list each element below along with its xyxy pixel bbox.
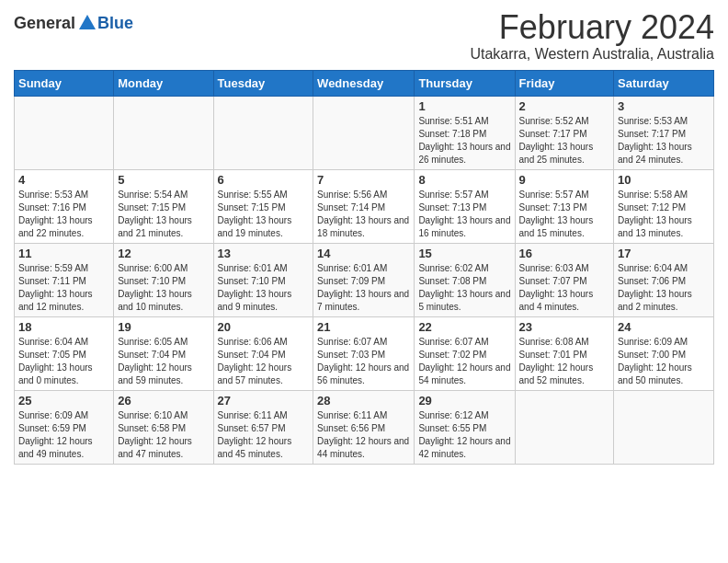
day-info: Sunrise: 6:11 AM Sunset: 6:57 PM Dayligh… [218,409,310,461]
day-info: Sunrise: 5:57 AM Sunset: 7:13 PM Dayligh… [519,189,610,240]
calendar-cell: 25Sunrise: 6:09 AM Sunset: 6:59 PM Dayli… [15,390,114,464]
day-number: 26 [118,394,209,408]
day-info: Sunrise: 6:04 AM Sunset: 7:05 PM Dayligh… [18,336,109,387]
day-info: Sunrise: 6:05 AM Sunset: 7:04 PM Dayligh… [118,336,209,387]
calendar-cell: 26Sunrise: 6:10 AM Sunset: 6:58 PM Dayli… [114,390,213,464]
day-info: Sunrise: 5:53 AM Sunset: 7:17 PM Dayligh… [618,115,710,167]
calendar-cell: 13Sunrise: 6:01 AM Sunset: 7:10 PM Dayli… [213,243,313,316]
day-number: 15 [418,247,510,260]
day-info: Sunrise: 6:09 AM Sunset: 7:00 PM Dayligh… [618,336,710,387]
calendar-cell: 27Sunrise: 6:11 AM Sunset: 6:57 PM Dayli… [213,390,313,464]
day-info: Sunrise: 5:53 AM Sunset: 7:16 PM Dayligh… [18,189,109,240]
calendar-cell: 2Sunrise: 5:52 AM Sunset: 7:17 PM Daylig… [515,96,614,169]
day-info: Sunrise: 5:55 AM Sunset: 7:15 PM Dayligh… [218,189,310,240]
calendar-cell: 14Sunrise: 6:01 AM Sunset: 7:09 PM Dayli… [313,243,415,316]
calendar-cell [114,96,213,169]
day-number: 21 [317,320,410,334]
calendar-week-row: 18Sunrise: 6:04 AM Sunset: 7:05 PM Dayli… [15,316,714,390]
day-number: 14 [317,247,410,260]
page-header: General Blue February 2024 Utakarra, Wes… [14,9,714,66]
calendar-cell [15,96,114,169]
day-info: Sunrise: 5:54 AM Sunset: 7:15 PM Dayligh… [118,189,209,240]
day-number: 6 [218,173,310,187]
calendar-cell [614,390,714,464]
calendar-cell: 22Sunrise: 6:07 AM Sunset: 7:02 PM Dayli… [415,316,515,390]
day-info: Sunrise: 6:07 AM Sunset: 7:02 PM Dayligh… [418,336,510,387]
day-info: Sunrise: 6:08 AM Sunset: 7:01 PM Dayligh… [519,336,610,387]
day-number: 11 [18,247,109,260]
calendar-cell [213,96,313,169]
day-number: 9 [519,173,610,187]
calendar-cell: 17Sunrise: 6:04 AM Sunset: 7:06 PM Dayli… [614,243,714,316]
calendar-cell: 4Sunrise: 5:53 AM Sunset: 7:16 PM Daylig… [15,169,114,243]
day-info: Sunrise: 6:10 AM Sunset: 6:58 PM Dayligh… [118,409,209,461]
calendar-cell: 23Sunrise: 6:08 AM Sunset: 7:01 PM Dayli… [515,316,614,390]
svg-marker-0 [79,15,96,29]
day-info: Sunrise: 5:56 AM Sunset: 7:14 PM Dayligh… [317,189,410,240]
day-info: Sunrise: 5:58 AM Sunset: 7:12 PM Dayligh… [618,189,710,240]
calendar-table: SundayMondayTuesdayWednesdayThursdayFrid… [14,70,714,465]
calendar-cell: 18Sunrise: 6:04 AM Sunset: 7:05 PM Dayli… [15,316,114,390]
day-number: 3 [618,99,710,113]
day-number: 13 [218,247,310,260]
day-number: 29 [418,394,510,408]
calendar-cell: 12Sunrise: 6:00 AM Sunset: 7:10 PM Dayli… [114,243,213,316]
day-info: Sunrise: 6:02 AM Sunset: 7:08 PM Dayligh… [418,262,510,314]
day-number: 2 [519,99,610,113]
logo-general: General [14,14,75,33]
day-number: 22 [418,320,510,334]
weekday-header: Monday [114,70,213,96]
day-number: 12 [118,247,209,260]
calendar-cell: 28Sunrise: 6:11 AM Sunset: 6:56 PM Dayli… [313,390,415,464]
calendar-week-row: 11Sunrise: 5:59 AM Sunset: 7:11 PM Dayli… [15,243,714,316]
day-info: Sunrise: 6:00 AM Sunset: 7:10 PM Dayligh… [118,262,209,314]
day-number: 16 [519,247,610,260]
calendar-cell [515,390,614,464]
day-number: 23 [519,320,610,334]
day-number: 25 [18,394,109,408]
weekday-header: Friday [515,70,614,96]
calendar-cell: 19Sunrise: 6:05 AM Sunset: 7:04 PM Dayli… [114,316,213,390]
day-number: 1 [418,99,510,113]
day-info: Sunrise: 6:03 AM Sunset: 7:07 PM Dayligh… [519,262,610,314]
calendar-cell: 16Sunrise: 6:03 AM Sunset: 7:07 PM Dayli… [515,243,614,316]
calendar-cell: 10Sunrise: 5:58 AM Sunset: 7:12 PM Dayli… [614,169,714,243]
weekday-header: Tuesday [213,70,313,96]
day-info: Sunrise: 5:59 AM Sunset: 7:11 PM Dayligh… [18,262,109,314]
day-info: Sunrise: 6:01 AM Sunset: 7:09 PM Dayligh… [317,262,410,314]
day-number: 5 [118,173,209,187]
weekday-header: Wednesday [313,70,415,96]
calendar-cell: 9Sunrise: 5:57 AM Sunset: 7:13 PM Daylig… [515,169,614,243]
weekday-header: Sunday [15,70,114,96]
calendar-cell: 8Sunrise: 5:57 AM Sunset: 7:13 PM Daylig… [415,169,515,243]
day-number: 27 [218,394,310,408]
logo: General Blue [14,13,133,33]
day-info: Sunrise: 6:09 AM Sunset: 6:59 PM Dayligh… [18,409,109,461]
day-info: Sunrise: 6:06 AM Sunset: 7:04 PM Dayligh… [218,336,310,387]
calendar-cell: 6Sunrise: 5:55 AM Sunset: 7:15 PM Daylig… [213,169,313,243]
calendar-cell: 21Sunrise: 6:07 AM Sunset: 7:03 PM Dayli… [313,316,415,390]
day-number: 4 [18,173,109,187]
day-info: Sunrise: 5:52 AM Sunset: 7:17 PM Dayligh… [519,115,610,167]
calendar-cell: 20Sunrise: 6:06 AM Sunset: 7:04 PM Dayli… [213,316,313,390]
calendar-week-row: 4Sunrise: 5:53 AM Sunset: 7:16 PM Daylig… [15,169,714,243]
day-number: 28 [317,394,410,408]
calendar-cell: 24Sunrise: 6:09 AM Sunset: 7:00 PM Dayli… [614,316,714,390]
calendar-cell: 1Sunrise: 5:51 AM Sunset: 7:18 PM Daylig… [415,96,515,169]
day-info: Sunrise: 6:12 AM Sunset: 6:55 PM Dayligh… [418,409,510,461]
title-section: February 2024 Utakarra, Western Australi… [470,9,714,66]
weekday-header-row: SundayMondayTuesdayWednesdayThursdayFrid… [15,70,714,96]
month-title: February 2024 [470,9,714,46]
day-number: 8 [418,173,510,187]
day-number: 18 [18,320,109,334]
calendar-cell: 5Sunrise: 5:54 AM Sunset: 7:15 PM Daylig… [114,169,213,243]
day-number: 7 [317,173,410,187]
weekday-header: Thursday [415,70,515,96]
day-info: Sunrise: 6:01 AM Sunset: 7:10 PM Dayligh… [218,262,310,314]
calendar-cell: 15Sunrise: 6:02 AM Sunset: 7:08 PM Dayli… [415,243,515,316]
day-info: Sunrise: 5:51 AM Sunset: 7:18 PM Dayligh… [418,115,510,167]
day-number: 17 [618,247,710,260]
logo-blue: Blue [97,14,133,33]
day-info: Sunrise: 5:57 AM Sunset: 7:13 PM Dayligh… [418,189,510,240]
location-title: Utakarra, Western Australia, Australia [470,46,714,63]
